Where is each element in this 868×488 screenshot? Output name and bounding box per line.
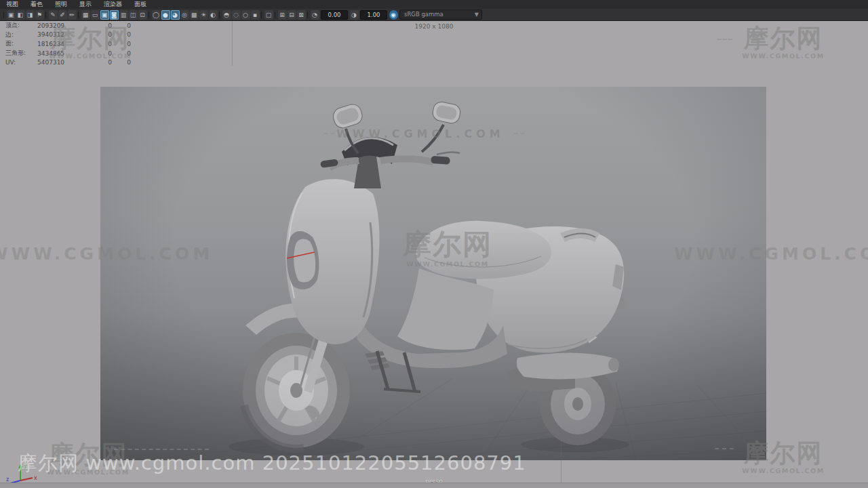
hud-row-uvs: UV:540731000 (5, 58, 131, 67)
menu-panels[interactable]: 面板 (128, 0, 153, 9)
panel-menu-bar: 视图 着色 照明 显示 渲染器 面板 (0, 0, 868, 9)
checker-icon[interactable]: ▩ (190, 10, 199, 20)
pen-icon[interactable]: ✏ (68, 10, 77, 20)
menu-shading[interactable]: 着色 (24, 0, 49, 9)
gate-mask-icon[interactable]: ◙ (110, 10, 119, 20)
maya-viewport-window: 视图 着色 照明 显示 渲染器 面板 ▣◧◨⚑✎✐✏▦▭▣◙▥◫⊡◯●◕◎▩☀◐… (0, 0, 868, 488)
exposure-icon[interactable]: ◔ (311, 10, 319, 20)
shaded-mode-icon[interactable]: ● (161, 10, 170, 20)
toolbar-separator (218, 11, 222, 19)
textured-mode-icon[interactable]: ◕ (171, 10, 180, 20)
scooter-model[interactable] (100, 87, 766, 460)
resolution-gate-label: 1920 x 1080 (0, 23, 868, 30)
movie-camera-icon[interactable]: ▣ (7, 10, 16, 20)
axis-gizmo: y x z (5, 462, 41, 485)
isolate-select-icon[interactable]: ▢ (264, 10, 273, 20)
safe-title-icon[interactable]: ⊡ (138, 10, 147, 20)
chevron-down-icon: ▼ (473, 12, 480, 18)
pan-zoom-icon[interactable]: ⊠ (297, 10, 306, 20)
texture-placement-icon[interactable]: ⊟ (288, 10, 296, 20)
viewport[interactable]: 顶点:209320900 边:394031200 面:181623400 三角形… (0, 21, 868, 483)
use-lights-icon[interactable]: ☀ (199, 10, 208, 20)
hud-row-tris: 三角形:343486500 (5, 49, 131, 58)
menu-show[interactable]: 显示 (73, 0, 98, 9)
right-mirror (422, 100, 462, 152)
color-space-value: sRGB gamma (404, 10, 473, 19)
axis-y-label: y (24, 463, 27, 469)
toolbar-separator (273, 11, 277, 19)
menu-lighting[interactable]: 照明 (49, 0, 73, 9)
occlusion-icon[interactable]: ◓ (222, 10, 231, 20)
menu-renderer[interactable]: 渲染器 (98, 0, 128, 9)
axis-x-label: x (34, 475, 37, 481)
gamma-field[interactable]: 1.00 (360, 10, 387, 20)
toolbar-separator (77, 11, 81, 19)
grid-icon[interactable]: ▦ (81, 10, 90, 20)
dof-icon[interactable]: ○ (241, 10, 250, 20)
toolbar-separator (147, 11, 151, 19)
resolution-gate-icon[interactable]: ▣ (100, 10, 109, 20)
color-space-dropdown[interactable]: sRGB gamma ▼ (399, 9, 482, 20)
hud-row-faces: 面:181623400 (5, 39, 131, 49)
motion-blur-icon[interactable]: ◌ (232, 10, 241, 20)
axis-z-label: z (6, 476, 9, 483)
snap-marker-icon[interactable]: ✐ (58, 10, 67, 20)
grease-pencil-icon[interactable]: ✎ (49, 10, 58, 20)
toolbar-separator (306, 11, 310, 19)
color-management-icon[interactable]: ◉ (389, 10, 398, 20)
wireframe-on-shaded-icon[interactable]: ◎ (180, 10, 189, 20)
menu-view[interactable]: 视图 (0, 0, 24, 9)
safe-action-icon[interactable]: ◫ (129, 10, 138, 20)
toolbar-separator (44, 11, 48, 19)
multisample-icon[interactable]: ▪ (251, 10, 260, 20)
field-chart-icon[interactable]: ▥ (119, 10, 128, 20)
toolbar-separator (2, 11, 6, 19)
toolbar-separator (260, 11, 264, 19)
image-plane-icon[interactable]: ⊞ (278, 10, 287, 20)
render-region[interactable] (100, 87, 766, 460)
camera-lock-icon[interactable]: ◧ (16, 10, 25, 20)
gate-marker-line (561, 439, 561, 483)
camera-swap-icon[interactable]: ◨ (26, 10, 35, 20)
gamma-icon[interactable]: ◑ (350, 10, 359, 20)
viewport-toolbar: ▣◧◨⚑✎✐✏▦▭▣◙▥◫⊡◯●◕◎▩☀◐◓◌○▪▢⊞⊟⊠◔0.00◑1.00◉… (0, 9, 868, 21)
exposure-field[interactable]: 0.00 (321, 10, 348, 20)
hud-row-edges: 边:394031200 (5, 30, 131, 40)
front-wheel (243, 333, 350, 449)
film-gate-icon[interactable]: ▭ (91, 10, 100, 20)
wireframe-icon[interactable]: ◯ (152, 10, 161, 20)
shadows-icon[interactable]: ◐ (209, 10, 218, 20)
bookmark-icon[interactable]: ⚑ (35, 10, 44, 20)
bottom-panel-edge (0, 483, 868, 488)
toolbar-icon-strip: ▣◧◨⚑✎✐✏▦▭▣◙▥◫⊡◯●◕◎▩☀◐◓◌○▪▢⊞⊟⊠◔0.00◑1.00◉ (2, 9, 398, 21)
